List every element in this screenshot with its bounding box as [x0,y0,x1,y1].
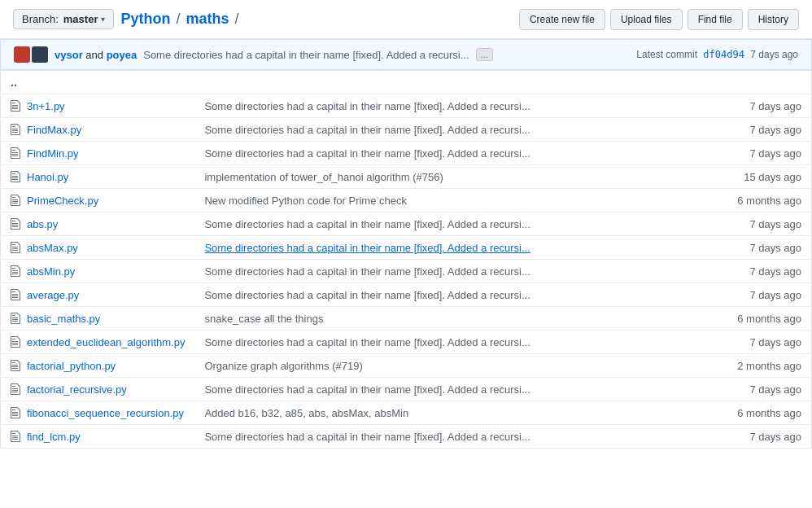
file-name-cell: absMax.py [1,236,195,260]
file-icon [11,170,22,183]
commit-bar: vysor and poyea Some directories had a c… [0,39,812,70]
file-name-cell: find_lcm.py [1,425,195,449]
file-name-cell: PrimeCheck.py [1,189,195,212]
commit-msg-cell: Added b16, b32, a85, abs, absMax, absMin [194,401,705,425]
file-icon [11,430,22,443]
author-and: and [85,49,106,61]
file-link[interactable]: basic_maths.py [27,313,100,325]
file-icon [11,406,22,419]
file-name-cell: fibonacci_sequence_recursion.py [1,401,195,425]
commit-msg-cell: implementation of tower_of_hanoi algorit… [194,165,705,189]
commit-msg-cell: Some directories had a capital in their … [194,142,705,165]
table-row: Hanoi.py implementation of tower_of_hano… [1,165,812,189]
file-name-cell: absMin.py [1,260,195,283]
table-row: absMin.py Some directories had a capital… [1,260,812,283]
table-row: FindMin.py Some directories had a capita… [1,142,812,165]
file-link[interactable]: Hanoi.py [27,171,68,183]
breadcrumb-sep-1: / [176,11,184,27]
time-cell: 7 days ago [706,212,812,236]
top-bar-right: Create new file Upload files Find file H… [519,9,799,30]
breadcrumb-python[interactable]: Python [120,11,170,27]
find-file-button[interactable]: Find file [688,9,743,30]
file-icon [11,312,22,325]
time-cell: 7 days ago [706,236,812,260]
file-link[interactable]: factorial_recursive.py [27,383,127,396]
commit-msg-cell: snake_case all the things [194,307,705,331]
file-icon [11,99,22,112]
file-link[interactable]: factorial_python.py [27,360,116,372]
file-link[interactable]: find_lcm.py [27,431,81,443]
time-cell: 15 days ago [706,165,812,189]
file-name: abs.py [11,217,185,230]
file-name-cell: FindMax.py [1,118,195,142]
file-link[interactable]: fibonacci_sequence_recursion.py [27,407,184,419]
commit-dots-button[interactable]: ... [476,48,493,61]
file-icon [11,241,22,254]
create-new-button[interactable]: Create new file [519,9,605,30]
time-cell: 7 days ago [706,260,812,283]
file-link[interactable]: PrimeCheck.py [27,195,98,207]
commit-msg-cell: Some directories had a capital in their … [194,94,705,118]
file-link[interactable]: absMin.py [27,265,75,278]
commit-time: 7 days ago [750,49,798,60]
file-link[interactable]: FindMax.py [27,124,81,136]
parent-dir-label[interactable]: .. [11,76,17,89]
table-row: average.py Some directories had a capita… [1,283,812,307]
chevron-down-icon: ▾ [101,15,105,24]
table-row: PrimeCheck.py New modified Python code f… [1,189,812,212]
commit-authors: vysor and poyea [55,49,137,61]
file-icon [11,217,22,230]
breadcrumb-maths[interactable]: maths [186,11,229,27]
file-name: absMin.py [11,265,185,278]
file-name-cell: factorial_python.py [1,354,195,378]
commit-msg-link[interactable]: Some directories had a capital in their … [204,242,530,254]
file-link[interactable]: FindMin.py [27,147,79,160]
file-name-cell: abs.py [1,212,195,236]
time-cell: 2 months ago [706,354,812,378]
time-cell: 7 days ago [706,142,812,165]
commit-msg-cell: New modified Python code for Prime check [194,189,705,212]
file-link[interactable]: extended_euclidean_algorithm.py [27,336,185,348]
file-link[interactable]: absMax.py [27,242,78,254]
file-link[interactable]: abs.py [27,218,58,230]
time-cell: 6 months ago [706,401,812,425]
avatar-poyea [32,46,48,63]
latest-commit-label: Latest commit [636,49,697,60]
table-row: find_lcm.py Some directories had a capit… [1,425,812,449]
time-cell: 6 months ago [706,189,812,212]
time-cell: 6 months ago [706,307,812,331]
file-icon [11,265,22,278]
file-name-cell: Hanoi.py [1,165,195,189]
table-row: factorial_python.py Organize graph algor… [1,354,812,378]
file-name: factorial_python.py [11,359,185,372]
time-cell: 7 days ago [706,283,812,307]
file-icon [11,288,22,301]
file-icon [11,147,22,160]
commit-msg-cell: Some directories had a capital in their … [194,260,705,283]
commit-msg-cell: Some directories had a capital in their … [194,331,705,354]
file-icon [11,383,22,396]
history-button[interactable]: History [748,9,799,30]
file-icon [11,194,22,207]
commit-bar-right: Latest commit df04d94 7 days ago [636,49,798,60]
commit-hash-link[interactable]: df04d94 [703,49,744,60]
table-row: FindMax.py Some directories had a capita… [1,118,812,142]
file-name-cell: average.py [1,283,195,307]
file-link[interactable]: average.py [27,289,79,301]
author1[interactable]: vysor [55,49,83,61]
author2[interactable]: poyea [107,49,138,61]
file-name-cell: FindMin.py [1,142,195,165]
commit-bar-left: vysor and poyea Some directories had a c… [14,46,493,63]
table-row: 3n+1.py Some directories had a capital i… [1,94,812,118]
file-name: absMax.py [11,241,185,254]
time-cell: 7 days ago [706,425,812,449]
file-table: .. 3n+1.py Some directories had a capita… [0,70,812,449]
branch-selector[interactable]: Branch: master ▾ [13,9,114,29]
upload-files-button[interactable]: Upload files [610,9,683,30]
top-bar-left: Branch: master ▾ Python / maths / [13,9,241,29]
commit-msg-cell: Some directories had a capital in their … [194,378,705,401]
file-link[interactable]: 3n+1.py [27,100,65,112]
time-cell: 7 days ago [706,118,812,142]
table-row: absMax.py Some directories had a capital… [1,236,812,260]
file-name: FindMin.py [11,147,185,160]
